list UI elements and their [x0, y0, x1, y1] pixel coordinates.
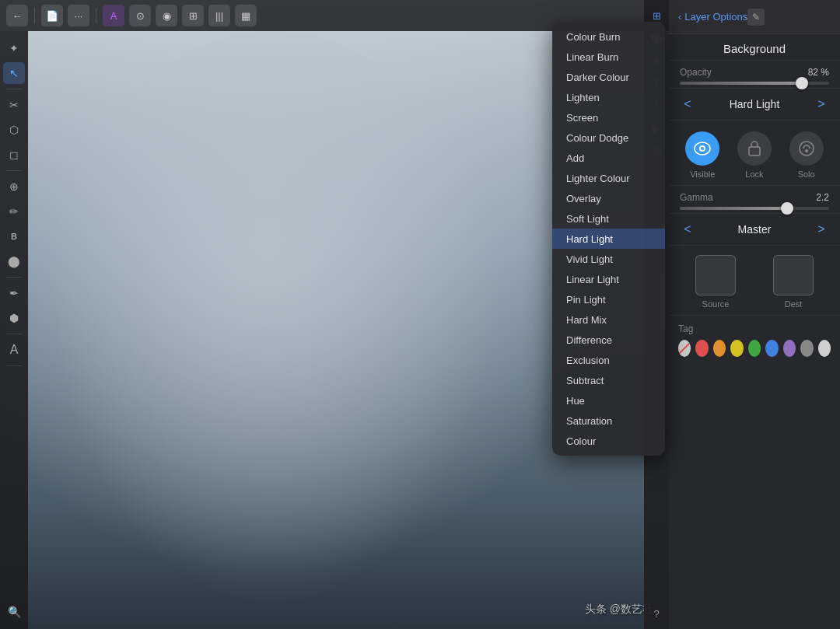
dest-thumbnail[interactable] [773, 255, 814, 295]
blend-item-lighter-colour[interactable]: Lighter Colour [552, 168, 665, 188]
toolbar-face-btn[interactable]: ◉ [156, 5, 177, 26]
panel-edit-icon[interactable]: ✎ [747, 9, 765, 26]
visible-btn[interactable] [685, 131, 719, 166]
blend-item-screen[interactable]: Screen [552, 107, 665, 128]
gamma-thumb[interactable] [781, 202, 793, 215]
lock-btn[interactable] [737, 131, 772, 166]
blend-item-subtract[interactable]: Subtract [552, 370, 665, 390]
blend-prev-btn[interactable]: < [678, 95, 697, 114]
opacity-thumb[interactable] [796, 77, 808, 89]
tool-crop[interactable]: ✂ [3, 94, 25, 116]
svg-point-5 [805, 149, 808, 152]
opacity-slider[interactable] [680, 82, 829, 85]
tag-color-green[interactable] [748, 340, 761, 357]
tool-sep-4 [6, 334, 22, 334]
tag-color-yellow[interactable] [730, 340, 743, 357]
tool-retouch[interactable]: ⊕ [3, 176, 25, 197]
panel-back-label: Layer Options [684, 11, 747, 23]
solo-btn[interactable] [789, 131, 824, 166]
blend-item-vivid-light[interactable]: Vivid Light [552, 249, 665, 269]
tag-color-slash[interactable] [678, 340, 691, 357]
blend-item-darker-colour[interactable]: Darker Colour [552, 67, 665, 87]
blend-mode-row: < Hard Light > [669, 88, 840, 121]
blend-dropdown: Colour BurnLinear BurnDarker ColourLight… [552, 22, 665, 456]
toolbar-file-btn[interactable]: 📄 [41, 5, 63, 26]
tool-sep-1 [6, 89, 22, 89]
tool-transform[interactable]: ✦ [3, 37, 25, 59]
master-row: < Master > [669, 214, 840, 246]
blend-item-linear-light[interactable]: Linear Light [552, 269, 665, 289]
tag-colors [678, 340, 831, 357]
toolbar-grid-btn[interactable]: ⊞ [182, 5, 204, 26]
tool-sep-2 [6, 170, 22, 171]
blend-item-hue[interactable]: Hue [552, 390, 665, 411]
tool-sep-3 [6, 277, 22, 278]
source-thumb-item: Source [695, 255, 736, 309]
panel-back-chevron: ‹ [678, 11, 681, 23]
blend-item-exclusion[interactable]: Exclusion [552, 350, 665, 370]
toolbar-sep-2 [96, 8, 96, 23]
blend-item-soft-light[interactable]: Soft Light [552, 208, 665, 229]
gamma-fill [680, 207, 787, 210]
tool-eyedrop[interactable]: 🔍 [3, 601, 25, 623]
blend-item-colour[interactable]: Colour [552, 431, 665, 451]
toolbar-affinity-btn[interactable]: A [103, 5, 124, 26]
blend-item-overlay[interactable]: Overlay [552, 188, 665, 208]
tag-color-orange[interactable] [713, 340, 726, 357]
watermark: 头条 @数艺社 [585, 603, 653, 617]
master-prev-btn[interactable]: < [678, 220, 697, 239]
toolbar-layers-btn[interactable]: ▦ [235, 5, 257, 26]
tag-color-blue[interactable] [765, 340, 778, 357]
opacity-fill [680, 82, 802, 85]
layer-name: Background [680, 42, 829, 55]
tag-label: Tag [678, 323, 831, 334]
tool-rect[interactable]: ◻ [3, 144, 25, 166]
layer-name-section: Background [669, 34, 840, 61]
blend-item-colour-burn[interactable]: Colour Burn [552, 26, 665, 47]
toolbar-back-btn[interactable]: ← [6, 5, 28, 26]
tag-color-red[interactable] [695, 340, 708, 357]
svg-rect-3 [749, 147, 760, 156]
toolbar-bars-btn[interactable]: ||| [208, 5, 230, 26]
tool-text[interactable]: A [3, 339, 25, 361]
gamma-label: Gamma [680, 192, 713, 203]
blend-item-hard-light[interactable]: Hard Light [552, 229, 665, 249]
tool-brush[interactable]: B [3, 225, 25, 247]
tool-circle[interactable]: ⬤ [3, 250, 25, 272]
gamma-slider[interactable] [680, 207, 829, 210]
right-panel: ‹ Layer Options ✎ Background Opacity 82 … [669, 0, 840, 629]
tag-color-light-gray[interactable] [818, 340, 831, 357]
toolbar-more-btn[interactable]: ··· [68, 5, 89, 26]
solo-control: Solo [789, 131, 824, 179]
opacity-row: Opacity 82 % [669, 61, 840, 88]
toolbar-circle-btn[interactable]: ⊙ [129, 5, 151, 26]
tool-vector[interactable]: ⬢ [3, 307, 25, 329]
tool-select[interactable]: ↖ [3, 62, 25, 84]
tag-color-dark-gray[interactable] [800, 340, 813, 357]
blend-item-linear-burn[interactable]: Linear Burn [552, 47, 665, 67]
dest-label: Dest [785, 299, 803, 309]
panel-back-btn[interactable]: ‹ Layer Options [678, 11, 747, 23]
tool-pen[interactable]: ✒ [3, 282, 25, 304]
blend-item-hard-mix[interactable]: Hard Mix [552, 309, 665, 330]
panel-header: ‹ Layer Options ✎ [669, 0, 840, 34]
blend-next-btn[interactable]: > [812, 95, 831, 114]
tool-shape[interactable]: ⬡ [3, 119, 25, 141]
gamma-row: Gamma 2.2 [669, 186, 840, 214]
master-next-btn[interactable]: > [812, 220, 831, 239]
opacity-value: 82 % [808, 67, 829, 78]
thumbnails-row: Source Dest [669, 246, 840, 316]
tag-color-purple[interactable] [783, 340, 796, 357]
blend-item-difference[interactable]: Difference [552, 330, 665, 350]
layer-controls: Visible Lock Solo [669, 121, 840, 186]
tool-paint[interactable]: ✏ [3, 201, 25, 222]
blend-item-lighten[interactable]: Lighten [552, 87, 665, 107]
blend-item-saturation[interactable]: Saturation [552, 411, 665, 431]
blend-item-add[interactable]: Add [552, 148, 665, 168]
opacity-label: Opacity [680, 67, 712, 78]
source-thumbnail[interactable] [695, 255, 736, 295]
blend-item-colour-dodge[interactable]: Colour Dodge [552, 128, 665, 148]
dest-thumb-item: Dest [773, 255, 814, 309]
strip-help-btn[interactable]: ? [647, 604, 666, 623]
blend-item-pin-light[interactable]: Pin Light [552, 289, 665, 309]
